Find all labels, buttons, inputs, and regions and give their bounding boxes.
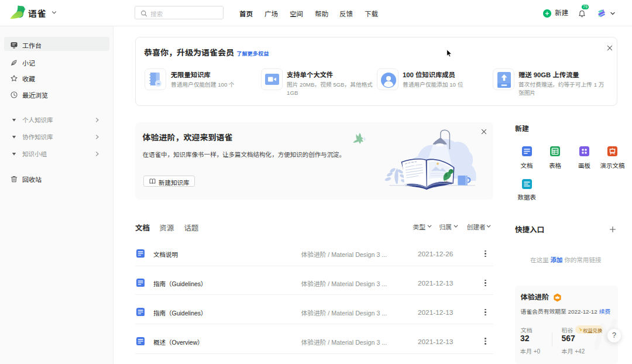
svg-text:∞: ∞ (157, 81, 160, 85)
